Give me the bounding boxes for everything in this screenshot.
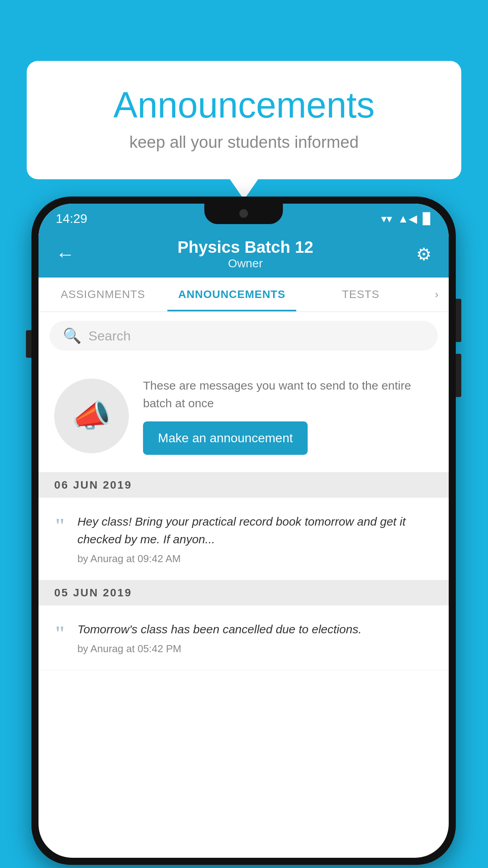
bubble-subtitle: keep all your students informed (58, 133, 430, 152)
phone-mockup: 14:29 ▾▾ ▲◀ ▉ ← Physics Batch 12 Owner ⚙ (31, 197, 456, 865)
tab-announcements[interactable]: ANNOUNCEMENTS (167, 278, 296, 311)
wifi-icon: ▾▾ (381, 212, 392, 225)
announcement-content-1: Hey class! Bring your practical record b… (77, 513, 433, 565)
phone-outer: 14:29 ▾▾ ▲◀ ▉ ← Physics Batch 12 Owner ⚙ (31, 197, 456, 865)
tab-more[interactable]: › (425, 278, 449, 311)
status-time: 14:29 (56, 211, 87, 226)
signal-icon: ▲◀ (398, 212, 417, 225)
power-button-2 (456, 354, 461, 397)
back-button[interactable]: ← (56, 243, 75, 265)
promo-content: These are messages you want to send to t… (143, 377, 433, 455)
volume-button (26, 330, 31, 358)
battery-icon: ▉ (423, 212, 431, 225)
settings-icon[interactable]: ⚙ (416, 244, 431, 264)
date-divider-2: 05 JUN 2019 (39, 580, 449, 605)
promo-section: 📣 These are messages you want to send to… (39, 359, 449, 473)
tab-assignments[interactable]: ASSIGNMENTS (39, 278, 167, 311)
announcement-content-2: Tomorrow's class has been cancelled due … (77, 620, 433, 655)
announcement-item-2[interactable]: " Tomorrow's class has been cancelled du… (39, 605, 449, 670)
announcement-text-1: Hey class! Bring your practical record b… (77, 513, 433, 548)
camera-dot (239, 209, 248, 218)
phone-screen: 14:29 ▾▾ ▲◀ ▉ ← Physics Batch 12 Owner ⚙ (39, 204, 449, 858)
search-container: 🔍 Search (39, 312, 449, 359)
announcement-item-1[interactable]: " Hey class! Bring your practical record… (39, 498, 449, 580)
announcement-author-1: by Anurag at 09:42 AM (77, 553, 433, 565)
status-icons: ▾▾ ▲◀ ▉ (381, 212, 431, 225)
phone-notch (204, 204, 283, 224)
speech-bubble-container: Announcements keep all your students inf… (27, 61, 461, 179)
tabs-container: ASSIGNMENTS ANNOUNCEMENTS TESTS › (39, 278, 449, 312)
header-subtitle: Owner (178, 257, 314, 270)
quote-icon-2: " (54, 623, 66, 644)
megaphone-circle: 📣 (54, 379, 129, 453)
search-icon: 🔍 (63, 327, 81, 344)
date-divider-1: 06 JUN 2019 (39, 473, 449, 498)
search-input[interactable]: Search (88, 328, 131, 344)
speech-bubble: Announcements keep all your students inf… (27, 61, 461, 179)
power-button (456, 299, 461, 342)
announcement-text-2: Tomorrow's class has been cancelled due … (77, 620, 433, 638)
app-header: ← Physics Batch 12 Owner ⚙ (39, 230, 449, 278)
header-center: Physics Batch 12 Owner (178, 238, 314, 270)
quote-icon: " (54, 516, 66, 536)
promo-description: These are messages you want to send to t… (143, 377, 433, 412)
megaphone-icon: 📣 (72, 397, 111, 434)
announcement-author-2: by Anurag at 05:42 PM (77, 643, 433, 655)
make-announcement-button[interactable]: Make an announcement (143, 421, 308, 455)
bubble-title: Announcements (58, 85, 430, 126)
tab-tests[interactable]: TESTS (296, 278, 425, 311)
header-title: Physics Batch 12 (178, 238, 314, 257)
search-bar[interactable]: 🔍 Search (50, 321, 438, 351)
